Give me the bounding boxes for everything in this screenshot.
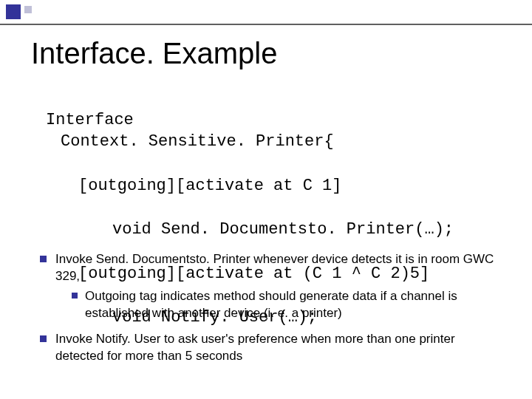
accent-strip: [0, 0, 33, 19]
accent-square-small: [24, 6, 32, 13]
bullet-line: Invoke Send. Documentsto. Printer whenev…: [55, 252, 494, 283]
sub-list-item: Outgoing tag indicates method should gen…: [72, 288, 502, 322]
code-line: Context. Sensitive. Printer{: [46, 131, 454, 153]
bullet-text: Invoke Send. Documentsto. Printer whenev…: [55, 251, 502, 325]
code-line: Interface: [46, 111, 134, 129]
bullet-square-icon: [40, 335, 47, 342]
accent-square-large: [6, 4, 21, 19]
list-item: Invoke Notify. User to ask user's prefer…: [40, 331, 502, 365]
sub-bullet-text: Outgoing tag indicates method should gen…: [85, 288, 502, 322]
bullet-list: Invoke Send. Documentsto. Printer whenev…: [40, 251, 502, 371]
list-item: Invoke Send. Documentsto. Printer whenev…: [40, 251, 502, 325]
slide: Interface. Example Interface Context. Se…: [0, 0, 532, 399]
bullet-text: Invoke Notify. User to ask user's prefer…: [55, 331, 502, 365]
code-line: void Send. Documentsto. Printer(…);: [46, 219, 454, 241]
slide-title: Interface. Example: [31, 37, 278, 70]
horizontal-rule: [0, 24, 532, 25]
code-line: [outgoing][activate at C 1]: [46, 175, 454, 197]
bullet-hollow-square-icon: [72, 293, 78, 299]
bullet-square-icon: [40, 256, 47, 262]
